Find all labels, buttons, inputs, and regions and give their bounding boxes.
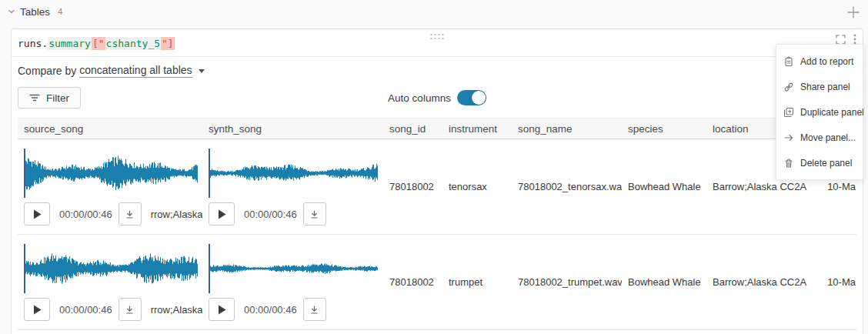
column-header-source-song[interactable]: source_song xyxy=(18,123,202,135)
cell-song-name: 78018002_tenorsax.wav xyxy=(512,139,622,234)
column-header-song-id[interactable]: song_id xyxy=(383,123,442,135)
playback-cursor xyxy=(24,244,25,293)
panel-context-menu: Add to report Share panel Duplicate pane… xyxy=(776,44,863,180)
audio-waveform[interactable] xyxy=(24,149,202,198)
column-header-song-name[interactable]: song_name xyxy=(512,123,622,135)
query-prefix: runs. xyxy=(18,38,48,49)
panel-header: runs.summary["cshanty_5"] xyxy=(12,29,863,57)
download-icon xyxy=(309,209,319,219)
section-title: Tables xyxy=(20,6,50,18)
menu-item-delete-panel[interactable]: Delete panel xyxy=(776,150,863,175)
drag-handle[interactable] xyxy=(431,34,444,39)
section-count: 4 xyxy=(58,7,62,16)
add-panel-icon[interactable] xyxy=(846,5,860,22)
download-icon xyxy=(309,305,319,315)
audio-player: 00:00/00:46 xyxy=(209,298,383,321)
cell-instrument: trumpet xyxy=(442,235,512,329)
column-header-synth-song[interactable]: synth_song xyxy=(202,123,383,135)
compare-row: Compare by concatenating all tables xyxy=(12,57,863,78)
fullscreen-icon[interactable] xyxy=(836,35,846,45)
download-button[interactable] xyxy=(303,298,326,321)
cell-source-song: 00:00/00:46 rrow;Alaska CC xyxy=(18,139,202,234)
audio-time: 00:00/00:46 xyxy=(59,209,112,220)
play-icon xyxy=(218,305,226,315)
filter-icon xyxy=(29,93,40,102)
menu-item-add-to-report[interactable]: Add to report xyxy=(776,48,863,74)
cell-date: 10-Ma xyxy=(814,235,856,329)
compare-label: Compare by xyxy=(18,65,76,77)
cell-song-id: 78018002 xyxy=(383,139,442,234)
cell-synth-song: 00:00/00:46 xyxy=(202,139,383,234)
download-icon xyxy=(125,305,135,315)
menu-item-label: Delete panel xyxy=(800,158,852,169)
playback-cursor xyxy=(24,149,25,198)
menu-item-duplicate-panel[interactable]: Duplicate panel xyxy=(776,99,863,125)
cell-source-song: 00:00/00:46 rrow;Alaska CC xyxy=(18,235,202,329)
download-button[interactable] xyxy=(119,298,142,321)
download-button[interactable] xyxy=(303,202,326,225)
cell-synth-song: 00:00/00:46 xyxy=(202,235,383,329)
audio-player: 00:00/00:46 rrow;Alaska CC xyxy=(24,298,202,321)
audio-time: 00:00/00:46 xyxy=(244,304,297,316)
arrow-right-icon xyxy=(783,132,794,143)
query-key: cshanty_5 xyxy=(105,37,161,50)
play-button[interactable] xyxy=(24,202,50,225)
table-header-row: source_song synth_song song_id instrumen… xyxy=(18,118,856,139)
audio-time: 00:00/00:46 xyxy=(59,304,112,316)
filter-label: Filter xyxy=(46,92,69,104)
panel-query[interactable]: runs.summary["cshanty_5"] xyxy=(18,38,856,49)
playback-cursor xyxy=(209,244,210,293)
play-button[interactable] xyxy=(209,202,235,225)
play-button[interactable] xyxy=(24,298,50,321)
report-icon xyxy=(783,56,794,67)
play-button[interactable] xyxy=(209,298,235,321)
kebab-menu-icon[interactable] xyxy=(853,34,856,45)
cell-species: Bowhead Whale xyxy=(622,139,706,234)
section-header: Tables 4 xyxy=(0,0,868,23)
audio-waveform[interactable] xyxy=(209,149,383,198)
auto-columns-label: Auto columns xyxy=(388,92,451,104)
caret-down-icon[interactable] xyxy=(199,69,205,73)
menu-item-label: Duplicate panel xyxy=(800,107,864,118)
cell-song-id: 78018002 xyxy=(383,235,442,329)
link-icon xyxy=(783,82,794,92)
audio-player: 00:00/00:46 rrow;Alaska CC xyxy=(24,202,202,225)
table-panel: runs.summary["cshanty_5"] Compare by con… xyxy=(11,28,863,334)
cell-species: Bowhead Whale xyxy=(622,235,706,329)
cell-song-name: 78018002_trumpet.wav xyxy=(512,235,622,329)
play-icon xyxy=(33,209,42,219)
query-bracket-close: "] xyxy=(161,37,175,50)
compare-dropdown[interactable]: concatenating all tables xyxy=(79,64,192,78)
query-method: summary xyxy=(48,37,92,50)
table-row: 00:00/00:46 rrow;Alaska CC 00:00/00:46 7… xyxy=(18,139,856,235)
column-header-instrument[interactable]: instrument xyxy=(442,123,512,135)
controls-row: Filter Auto columns xyxy=(12,87,863,109)
download-icon xyxy=(125,209,135,219)
cell-location: Barrow;Alaska CC2A xyxy=(706,235,814,329)
trash-icon xyxy=(783,158,794,169)
audio-waveform[interactable] xyxy=(209,244,383,293)
audio-waveform[interactable] xyxy=(24,244,202,293)
duplicate-icon xyxy=(783,107,794,118)
auto-columns-toggle[interactable] xyxy=(457,90,486,105)
chevron-down-icon[interactable] xyxy=(8,8,15,15)
cell-instrument: tenorsax xyxy=(442,139,512,234)
download-button[interactable] xyxy=(119,202,142,225)
menu-item-label: Share panel xyxy=(800,82,850,92)
menu-item-label: Add to report xyxy=(800,56,853,67)
filter-button[interactable]: Filter xyxy=(18,87,81,109)
audio-caption: rrow;Alaska CC xyxy=(151,209,202,220)
audio-time: 00:00/00:46 xyxy=(244,209,297,220)
menu-item-move-panel[interactable]: Move panel... xyxy=(776,125,863,150)
play-icon xyxy=(33,305,42,315)
data-table: source_song synth_song song_id instrumen… xyxy=(18,118,856,330)
menu-item-share-panel[interactable]: Share panel xyxy=(776,74,863,99)
column-header-species[interactable]: species xyxy=(622,123,706,135)
audio-player: 00:00/00:46 xyxy=(209,202,383,225)
menu-item-label: Move panel... xyxy=(800,132,856,143)
query-bracket-open: [" xyxy=(92,37,105,50)
table-row: 00:00/00:46 rrow;Alaska CC 00:00/00:46 7… xyxy=(18,235,856,330)
play-icon xyxy=(218,209,226,219)
playback-cursor xyxy=(209,149,210,198)
audio-caption: rrow;Alaska CC xyxy=(151,304,202,316)
